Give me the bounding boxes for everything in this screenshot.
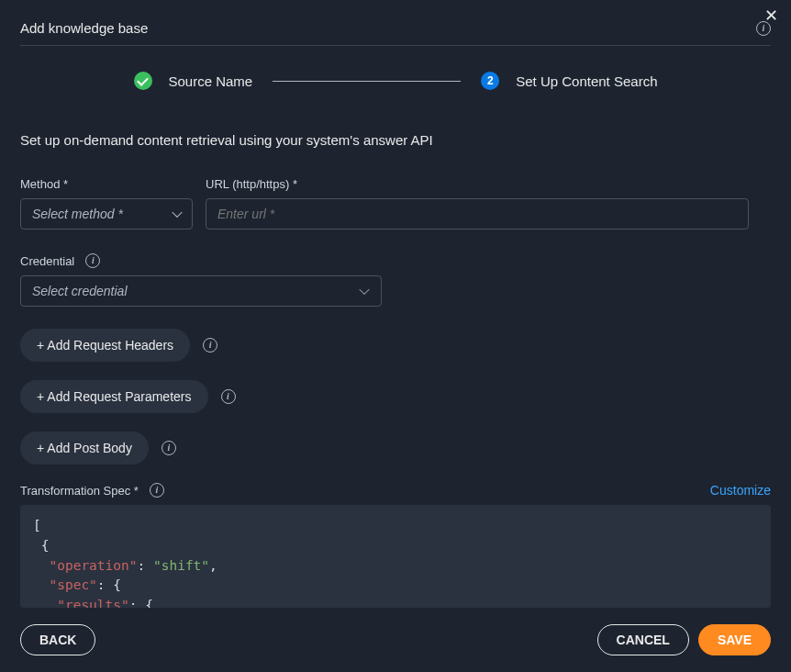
step2-badge: 2 (481, 72, 499, 90)
back-button[interactable]: BACK (20, 624, 95, 655)
info-icon[interactable]: i (221, 389, 236, 404)
step2-label: Set Up Content Search (516, 73, 657, 89)
stepper: Source Name 2 Set Up Content Search (20, 72, 771, 90)
step1-label: Source Name (169, 73, 253, 89)
customize-link[interactable]: Customize (710, 483, 771, 498)
step-content-search: 2 Set Up Content Search (481, 72, 657, 90)
url-label: URL (http/https) * (206, 177, 749, 191)
transformation-spec-code[interactable]: [ { "operation": "shift", "spec": { "res… (20, 505, 771, 608)
method-placeholder: Select method * (32, 207, 123, 221)
credential-label: Credential (20, 254, 74, 268)
add-post-body-button[interactable]: + Add Post Body (20, 431, 149, 465)
cancel-button[interactable]: CANCEL (597, 624, 689, 655)
check-icon (134, 72, 152, 90)
add-request-parameters-button[interactable]: + Add Request Parameters (20, 380, 208, 413)
method-label: Method * (20, 177, 193, 191)
url-input[interactable] (206, 198, 749, 230)
credential-select[interactable]: Select credential (20, 275, 382, 307)
step-connector (273, 81, 461, 82)
info-icon[interactable]: i (203, 338, 217, 353)
add-request-headers-button[interactable]: + Add Request Headers (20, 329, 190, 362)
modal-title: Add knowledge base (20, 20, 756, 36)
transformation-spec-label: Transformation Spec * (20, 484, 139, 498)
method-select[interactable]: Select method * (20, 198, 193, 230)
close-icon[interactable]: ✕ (764, 7, 778, 24)
info-icon[interactable]: i (162, 441, 176, 455)
save-button[interactable]: SAVE (698, 624, 771, 655)
info-icon[interactable]: i (85, 253, 100, 268)
intro-text: Set up on-demand content retrieval using… (20, 132, 771, 148)
credential-placeholder: Select credential (32, 284, 128, 298)
info-icon[interactable]: i (150, 483, 164, 498)
step-source-name: Source Name (134, 72, 253, 90)
